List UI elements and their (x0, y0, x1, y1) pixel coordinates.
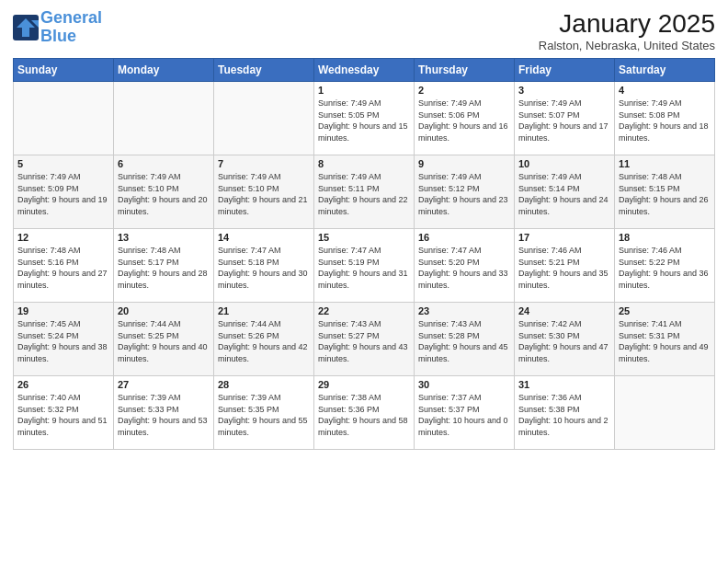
day-number: 16 (418, 232, 510, 243)
day-cell: 11Sunrise: 7:48 AMSunset: 5:15 PMDayligh… (615, 155, 715, 229)
day-cell: 26Sunrise: 7:40 AMSunset: 5:32 PMDayligh… (14, 376, 114, 450)
title-area: January 2025 Ralston, Nebraska, United S… (539, 9, 715, 52)
day-number: 15 (318, 232, 410, 243)
day-cell: 13Sunrise: 7:48 AMSunset: 5:17 PMDayligh… (114, 229, 214, 303)
day-cell: 19Sunrise: 7:45 AMSunset: 5:24 PMDayligh… (14, 303, 114, 376)
weekday-header-row: SundayMondayTuesdayWednesdayThursdayFrid… (14, 59, 715, 82)
weekday-header-saturday: Saturday (615, 59, 715, 82)
calendar-table: SundayMondayTuesdayWednesdayThursdayFrid… (13, 58, 715, 450)
day-number: 4 (619, 85, 711, 96)
day-info: Sunrise: 7:48 AMSunset: 5:15 PMDaylight:… (619, 171, 711, 217)
day-cell: 2Sunrise: 7:49 AMSunset: 5:06 PMDaylight… (415, 82, 515, 155)
day-cell: 7Sunrise: 7:49 AMSunset: 5:10 PMDaylight… (214, 155, 314, 229)
day-cell: 18Sunrise: 7:46 AMSunset: 5:22 PMDayligh… (615, 229, 715, 303)
day-number: 10 (518, 158, 610, 169)
day-cell: 24Sunrise: 7:42 AMSunset: 5:30 PMDayligh… (515, 303, 615, 376)
location: Ralston, Nebraska, United States (539, 39, 715, 52)
day-number: 23 (418, 305, 510, 316)
day-cell: 15Sunrise: 7:47 AMSunset: 5:19 PMDayligh… (314, 229, 415, 303)
day-cell: 5Sunrise: 7:49 AMSunset: 5:09 PMDaylight… (14, 155, 114, 229)
day-cell: 22Sunrise: 7:43 AMSunset: 5:27 PMDayligh… (314, 303, 415, 376)
day-number: 26 (17, 379, 109, 390)
day-info: Sunrise: 7:47 AMSunset: 5:19 PMDaylight:… (318, 245, 410, 291)
logo-blue: Blue (40, 27, 76, 45)
day-cell: 20Sunrise: 7:44 AMSunset: 5:25 PMDayligh… (114, 303, 214, 376)
day-info: Sunrise: 7:46 AMSunset: 5:21 PMDaylight:… (518, 245, 610, 291)
logo-general: General (40, 8, 102, 27)
day-cell: 28Sunrise: 7:39 AMSunset: 5:35 PMDayligh… (214, 376, 314, 450)
logo-text: General Blue (40, 9, 102, 46)
day-number: 8 (318, 158, 410, 169)
day-number: 3 (518, 85, 610, 96)
day-info: Sunrise: 7:36 AMSunset: 5:38 PMDaylight:… (518, 392, 610, 438)
day-info: Sunrise: 7:49 AMSunset: 5:05 PMDaylight:… (318, 98, 410, 144)
day-number: 29 (318, 379, 410, 390)
header: General Blue January 2025 Ralston, Nebra… (13, 9, 715, 52)
weekday-header-wednesday: Wednesday (314, 59, 415, 82)
day-number: 20 (118, 305, 210, 316)
day-number: 9 (418, 158, 510, 169)
day-info: Sunrise: 7:41 AMSunset: 5:31 PMDaylight:… (619, 318, 711, 364)
day-info: Sunrise: 7:38 AMSunset: 5:36 PMDaylight:… (318, 392, 410, 438)
day-cell: 21Sunrise: 7:44 AMSunset: 5:26 PMDayligh… (214, 303, 314, 376)
day-number: 31 (518, 379, 610, 390)
day-cell: 6Sunrise: 7:49 AMSunset: 5:10 PMDaylight… (114, 155, 214, 229)
day-number: 6 (118, 158, 210, 169)
day-cell: 31Sunrise: 7:36 AMSunset: 5:38 PMDayligh… (515, 376, 615, 450)
day-cell: 10Sunrise: 7:49 AMSunset: 5:14 PMDayligh… (515, 155, 615, 229)
week-row-2: 5Sunrise: 7:49 AMSunset: 5:09 PMDaylight… (14, 155, 715, 229)
week-row-3: 12Sunrise: 7:48 AMSunset: 5:16 PMDayligh… (14, 229, 715, 303)
day-cell: 12Sunrise: 7:48 AMSunset: 5:16 PMDayligh… (14, 229, 114, 303)
day-cell: 16Sunrise: 7:47 AMSunset: 5:20 PMDayligh… (415, 229, 515, 303)
day-cell: 25Sunrise: 7:41 AMSunset: 5:31 PMDayligh… (615, 303, 715, 376)
day-cell: 1Sunrise: 7:49 AMSunset: 5:05 PMDaylight… (314, 82, 415, 155)
day-cell: 29Sunrise: 7:38 AMSunset: 5:36 PMDayligh… (314, 376, 415, 450)
day-info: Sunrise: 7:43 AMSunset: 5:27 PMDaylight:… (318, 318, 410, 364)
day-cell: 8Sunrise: 7:49 AMSunset: 5:11 PMDaylight… (314, 155, 415, 229)
day-info: Sunrise: 7:49 AMSunset: 5:11 PMDaylight:… (318, 171, 410, 217)
day-cell (14, 82, 114, 155)
day-info: Sunrise: 7:49 AMSunset: 5:09 PMDaylight:… (17, 171, 109, 217)
day-number: 2 (418, 85, 510, 96)
day-cell: 27Sunrise: 7:39 AMSunset: 5:33 PMDayligh… (114, 376, 214, 450)
day-info: Sunrise: 7:49 AMSunset: 5:07 PMDaylight:… (518, 98, 610, 144)
day-info: Sunrise: 7:47 AMSunset: 5:20 PMDaylight:… (418, 245, 510, 291)
weekday-header-monday: Monday (114, 59, 214, 82)
day-info: Sunrise: 7:44 AMSunset: 5:26 PMDaylight:… (218, 318, 310, 364)
weekday-header-friday: Friday (515, 59, 615, 82)
day-info: Sunrise: 7:43 AMSunset: 5:28 PMDaylight:… (418, 318, 510, 364)
day-info: Sunrise: 7:45 AMSunset: 5:24 PMDaylight:… (17, 318, 109, 364)
day-number: 18 (619, 232, 711, 243)
day-info: Sunrise: 7:37 AMSunset: 5:37 PMDaylight:… (418, 392, 510, 438)
day-number: 25 (619, 305, 711, 316)
day-number: 21 (218, 305, 310, 316)
day-number: 30 (418, 379, 510, 390)
day-info: Sunrise: 7:48 AMSunset: 5:17 PMDaylight:… (118, 245, 210, 291)
day-info: Sunrise: 7:49 AMSunset: 5:10 PMDaylight:… (218, 171, 310, 217)
week-row-5: 26Sunrise: 7:40 AMSunset: 5:32 PMDayligh… (14, 376, 715, 450)
day-info: Sunrise: 7:49 AMSunset: 5:10 PMDaylight:… (118, 171, 210, 217)
day-cell: 4Sunrise: 7:49 AMSunset: 5:08 PMDaylight… (615, 82, 715, 155)
day-number: 28 (218, 379, 310, 390)
day-info: Sunrise: 7:42 AMSunset: 5:30 PMDaylight:… (518, 318, 610, 364)
logo-icon (13, 15, 39, 40)
day-info: Sunrise: 7:39 AMSunset: 5:35 PMDaylight:… (218, 392, 310, 438)
day-number: 5 (17, 158, 109, 169)
day-number: 19 (17, 305, 109, 316)
day-cell: 14Sunrise: 7:47 AMSunset: 5:18 PMDayligh… (214, 229, 314, 303)
day-cell: 17Sunrise: 7:46 AMSunset: 5:21 PMDayligh… (515, 229, 615, 303)
day-cell: 23Sunrise: 7:43 AMSunset: 5:28 PMDayligh… (415, 303, 515, 376)
weekday-header-thursday: Thursday (415, 59, 515, 82)
day-info: Sunrise: 7:44 AMSunset: 5:25 PMDaylight:… (118, 318, 210, 364)
day-info: Sunrise: 7:49 AMSunset: 5:12 PMDaylight:… (418, 171, 510, 217)
day-cell (114, 82, 214, 155)
logo: General Blue (13, 9, 102, 46)
month-title: January 2025 (539, 9, 715, 39)
week-row-4: 19Sunrise: 7:45 AMSunset: 5:24 PMDayligh… (14, 303, 715, 376)
weekday-header-sunday: Sunday (14, 59, 114, 82)
day-info: Sunrise: 7:46 AMSunset: 5:22 PMDaylight:… (619, 245, 711, 291)
weekday-header-tuesday: Tuesday (214, 59, 314, 82)
day-cell: 9Sunrise: 7:49 AMSunset: 5:12 PMDaylight… (415, 155, 515, 229)
day-number: 12 (17, 232, 109, 243)
day-cell (214, 82, 314, 155)
